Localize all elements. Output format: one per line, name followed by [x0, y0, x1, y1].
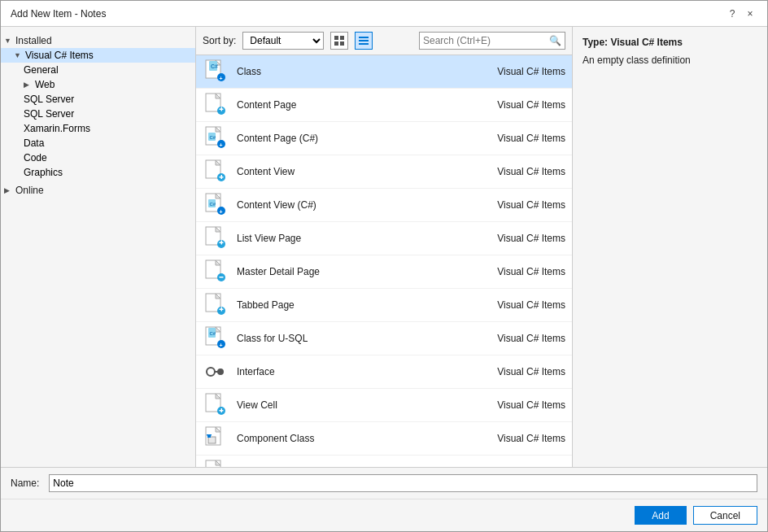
- item-category: Visual C# Items: [484, 433, 565, 444]
- search-box: 🔍: [419, 32, 565, 50]
- name-input[interactable]: [49, 474, 757, 492]
- title-bar: Add New Item - Notes ? ×: [1, 1, 767, 27]
- item-icon: [203, 159, 229, 185]
- left-panel: ▼ Installed ▼ Visual C# Items General ▶ …: [1, 27, 196, 467]
- svg-rect-4: [359, 37, 369, 38]
- item-row[interactable]: C# + Content Page (C#) Visual C# Items: [196, 122, 572, 155]
- close-button[interactable]: ×: [743, 7, 757, 21]
- type-description: An empty class definition: [583, 55, 757, 66]
- item-category: Visual C# Items: [484, 133, 565, 144]
- web-chevron: ▶: [24, 81, 32, 89]
- installed-label: Installed: [15, 35, 52, 46]
- search-icon: 🔍: [549, 35, 561, 46]
- main-content: ▼ Installed ▼ Visual C# Items General ▶ …: [1, 27, 767, 467]
- item-category: Visual C# Items: [484, 66, 565, 77]
- config-icon: [204, 460, 227, 467]
- item-row[interactable]: C# + Content View (C#) Visual C# Items: [196, 189, 572, 222]
- search-input[interactable]: [423, 35, 546, 46]
- item-row[interactable]: C# + Class Visual C# Items: [196, 55, 572, 89]
- item-icon: C# +: [203, 325, 229, 351]
- item-name: Class: [237, 66, 476, 77]
- web-label: Web: [35, 79, 55, 90]
- item-name: Content View: [237, 166, 476, 177]
- sidebar-item-code[interactable]: Code: [1, 150, 195, 165]
- item-row[interactable]: Content View Visual C# Items: [196, 155, 572, 189]
- svg-text:C#: C#: [210, 331, 216, 336]
- item-category: Visual C# Items: [484, 99, 565, 111]
- sort-select[interactable]: Default Name Category: [242, 32, 324, 50]
- type-info: Type: Visual C# Items: [583, 37, 757, 48]
- items-list: C# + Class Visual C# Items: [196, 55, 572, 467]
- grid-view-button[interactable]: [330, 32, 348, 50]
- storm-items-label: SQL Server: [24, 108, 74, 120]
- sidebar-item-general[interactable]: General: [1, 63, 195, 77]
- toolbar: Sort by: Default Name Category: [196, 27, 572, 55]
- item-row[interactable]: Component Class Visual C# Items: [196, 422, 572, 456]
- item-category: Visual C# Items: [484, 233, 565, 244]
- item-row[interactable]: Interface Visual C# Items: [196, 355, 572, 389]
- sidebar-item-graphics[interactable]: Graphics: [1, 165, 195, 180]
- svg-text:C#: C#: [210, 202, 216, 207]
- dialog: Add New Item - Notes ? × ▼ Installed ▼ V…: [0, 0, 768, 532]
- item-icon: [203, 225, 229, 251]
- item-category: Visual C# Items: [484, 166, 565, 177]
- item-row[interactable]: View Cell Visual C# Items: [196, 389, 572, 422]
- item-row[interactable]: Application Configuration File Visual C#…: [196, 456, 572, 467]
- svg-text:C#: C#: [210, 135, 216, 140]
- svg-rect-17: [221, 107, 223, 111]
- online-root[interactable]: ▶ Online: [1, 183, 195, 198]
- sidebar-item-data[interactable]: Data: [1, 136, 195, 150]
- add-button[interactable]: Add: [635, 506, 686, 525]
- svg-rect-67: [207, 434, 212, 436]
- code-label: Code: [24, 152, 47, 164]
- sidebar-item-visual-csharp[interactable]: ▼ Visual C# Items: [1, 48, 195, 63]
- dialog-title: Add New Item - Notes: [11, 8, 106, 20]
- sidebar-item-sql-server[interactable]: SQL Server: [1, 92, 195, 107]
- svg-text:+: +: [220, 76, 223, 81]
- item-name: View Cell: [237, 399, 476, 411]
- masterdetail-icon: [204, 259, 227, 284]
- item-row[interactable]: C# + Class for U-SQL Visual C# Items: [196, 322, 572, 355]
- sidebar-item-web[interactable]: ▶ Web: [1, 77, 195, 92]
- sidebar-item-xamarin-forms[interactable]: Xamarin.Forms: [1, 121, 195, 136]
- item-row[interactable]: Content Page Visual C# Items: [196, 89, 572, 122]
- item-category: Visual C# Items: [484, 266, 565, 277]
- item-icon: [203, 425, 229, 451]
- usql-icon: C# +: [204, 326, 227, 351]
- item-name: List View Page: [237, 233, 476, 244]
- item-category: Visual C# Items: [484, 333, 565, 344]
- center-panel: Sort by: Default Name Category: [196, 27, 572, 467]
- sidebar-item-storm-items[interactable]: SQL Server: [1, 107, 195, 121]
- view-icon: [204, 159, 227, 184]
- installed-chevron: ▼: [4, 37, 12, 45]
- item-icon: [203, 259, 229, 285]
- svg-rect-3: [340, 41, 344, 46]
- list-view-button[interactable]: [355, 32, 373, 50]
- item-row[interactable]: Tabbed Page Visual C# Items: [196, 289, 572, 322]
- title-controls: ? ×: [725, 7, 757, 21]
- online-chevron: ▶: [4, 186, 12, 194]
- item-name: Class for U-SQL: [237, 333, 476, 344]
- right-panel: Type: Visual C# Items An empty class def…: [572, 27, 767, 467]
- svg-rect-1: [340, 36, 344, 40]
- item-category: Visual C# Items: [484, 299, 565, 311]
- item-icon: C# +: [203, 192, 229, 218]
- class-icon: C# +: [204, 59, 227, 84]
- item-row[interactable]: List View Page Visual C# Items: [196, 222, 572, 255]
- item-name: Tabbed Page: [237, 299, 476, 311]
- help-button[interactable]: ?: [725, 7, 740, 21]
- svg-rect-39: [221, 241, 223, 245]
- item-category: Visual C# Items: [484, 366, 565, 377]
- bottom-buttons: Add Cancel: [1, 499, 767, 531]
- svg-rect-65: [208, 437, 216, 443]
- interface-icon: [204, 360, 227, 384]
- item-row[interactable]: Master Detail Page Visual C# Items: [196, 255, 572, 289]
- svg-point-55: [207, 368, 215, 376]
- type-label: Type:: [583, 37, 608, 48]
- list-icon: [358, 35, 369, 46]
- svg-text:+: +: [220, 342, 223, 348]
- class-page-icon: C# +: [204, 126, 227, 150]
- installed-root[interactable]: ▼ Installed: [1, 33, 195, 48]
- cancel-button[interactable]: Cancel: [693, 506, 757, 525]
- svg-rect-0: [334, 36, 338, 40]
